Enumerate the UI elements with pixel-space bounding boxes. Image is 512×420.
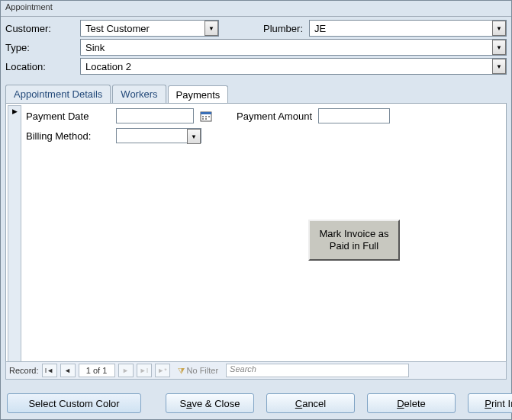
plumber-label: Plumber: — [250, 23, 303, 34]
nofilter-label: No Filter — [187, 366, 219, 375]
nav-first-button[interactable]: I◄ — [42, 364, 57, 377]
save-close-button[interactable]: Save & Close — [166, 393, 254, 413]
svg-rect-3 — [202, 116, 204, 117]
svg-rect-5 — [208, 116, 210, 117]
billing-method-label: Billing Method: — [26, 130, 110, 142]
type-value: Sink — [81, 42, 492, 53]
window-title: Appointment — [1, 1, 511, 17]
tab-appointment-details[interactable]: Appointment Details — [5, 85, 111, 103]
record-selector[interactable] — [8, 105, 21, 377]
tab-payments[interactable]: Payments — [168, 85, 229, 104]
cancel-button[interactable]: Cancel — [266, 393, 355, 413]
mark-paid-line2: Paid in Full — [330, 240, 378, 252]
nav-prev-button[interactable]: ◄ — [60, 364, 76, 377]
record-navigator: Record: I◄ ◄ 1 of 1 ► ►I ►* ⧩ No Filter … — [5, 361, 507, 380]
svg-rect-4 — [205, 116, 207, 117]
customer-label: Customer: — [5, 23, 74, 34]
funnel-icon: ⧩ — [178, 366, 185, 376]
appointment-window: Appointment Customer: Test Customer ▼ Pl… — [0, 0, 512, 420]
record-position[interactable]: 1 of 1 — [79, 364, 115, 377]
footer-toolbar: Select Custom Color Save & Close Cancel … — [2, 389, 510, 418]
svg-rect-1 — [201, 112, 211, 114]
payment-date-label: Payment Date — [26, 111, 110, 122]
customer-combo[interactable]: Test Customer ▼ — [80, 20, 219, 37]
type-combo[interactable]: Sink ▼ — [80, 39, 507, 56]
filter-status[interactable]: ⧩ No Filter — [178, 366, 219, 376]
chevron-down-icon[interactable]: ▼ — [492, 59, 506, 74]
chevron-down-icon[interactable]: ▼ — [492, 21, 506, 36]
billing-method-combo[interactable]: ▼ — [116, 128, 201, 143]
chevron-down-icon[interactable]: ▼ — [204, 21, 218, 36]
tabs: Appointment Details Workers Payments Pay… — [5, 85, 507, 377]
calendar-icon[interactable] — [200, 110, 212, 122]
search-input[interactable]: Search — [226, 364, 409, 377]
payment-amount-field[interactable] — [318, 108, 390, 123]
mark-paid-line1: Mark Invoice as — [319, 228, 388, 239]
type-label: Type: — [5, 42, 74, 53]
payment-date-field[interactable] — [116, 108, 194, 123]
location-label: Location: — [5, 61, 74, 72]
tab-workers[interactable]: Workers — [112, 85, 166, 103]
mark-paid-button[interactable]: Mark Invoice as Paid in Full — [308, 220, 400, 261]
header-form: Customer: Test Customer ▼ Plumber: JE ▼ … — [1, 17, 511, 82]
print-invoice-button[interactable]: Print Invoice — [468, 393, 512, 413]
location-combo[interactable]: Location 2 ▼ — [80, 58, 507, 75]
select-custom-color-button[interactable]: Select Custom Color — [7, 393, 141, 413]
nav-new-button[interactable]: ►* — [155, 364, 170, 377]
record-label: Record: — [9, 366, 39, 375]
location-value: Location 2 — [81, 61, 492, 72]
plumber-value: JE — [310, 23, 492, 34]
delete-button[interactable]: Delete — [367, 393, 456, 413]
svg-rect-6 — [202, 118, 204, 120]
plumber-combo[interactable]: JE ▼ — [309, 20, 507, 37]
chevron-down-icon[interactable]: ▼ — [187, 129, 201, 144]
nav-last-button[interactable]: ►I — [137, 364, 152, 377]
nav-next-button[interactable]: ► — [118, 364, 134, 377]
payments-panel: Payment Date — [5, 103, 507, 377]
billing-method-value — [117, 129, 187, 143]
payment-amount-label: Payment Amount — [237, 111, 312, 122]
svg-rect-7 — [205, 118, 207, 120]
customer-value: Test Customer — [81, 23, 204, 34]
chevron-down-icon[interactable]: ▼ — [492, 40, 506, 55]
